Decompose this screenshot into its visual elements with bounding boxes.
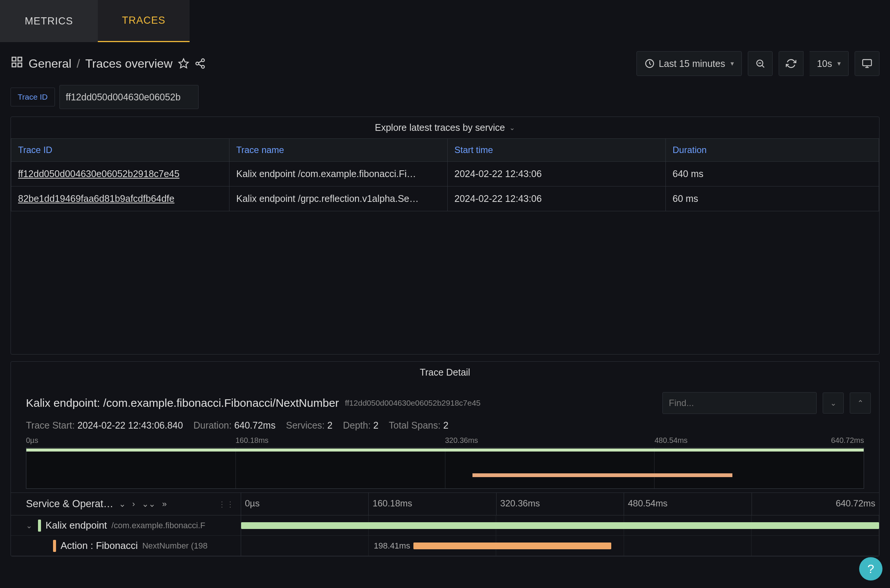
cell-start: 2024-02-22 12:43:06: [448, 162, 666, 186]
cell-trace-id[interactable]: ff12dd050d004630e06052b2918c7e45: [11, 162, 229, 186]
span-row[interactable]: Action : Fibonacci NextNumber (198 198.4…: [11, 536, 879, 556]
svg-marker-4: [179, 59, 188, 68]
span-bar[interactable]: [413, 543, 611, 549]
span-service: Action : Fibonacci: [61, 540, 138, 552]
refresh-interval-label: 10s: [817, 58, 832, 69]
detail-trace-id: ff12dd050d004630e06052b2918c7e45: [345, 399, 481, 408]
find-input[interactable]: [662, 392, 817, 414]
minimap-span-1: [26, 449, 864, 452]
chevron-down-icon: ▾: [731, 59, 734, 68]
explore-panel-title[interactable]: Explore latest traces by service ⌄: [11, 117, 879, 138]
find-prev-button[interactable]: ⌃: [850, 393, 871, 414]
chevron-down-icon: ⌄: [509, 124, 515, 132]
share-icon[interactable]: [194, 58, 206, 69]
cell-trace-id[interactable]: 82be1dd19469faa6d81b9afcdfb64dfe: [11, 186, 229, 211]
svg-line-9: [198, 64, 202, 66]
cell-duration: 60 ms: [666, 186, 879, 211]
svg-rect-14: [863, 60, 871, 66]
tick-label: 320.36ms: [497, 493, 624, 515]
help-button[interactable]: ?: [859, 557, 882, 580]
svg-rect-0: [12, 57, 16, 61]
table-row[interactable]: 82be1dd19469faa6d81b9afcdfb64dfe Kalix e…: [11, 186, 879, 211]
span-header-label: Service & Operat…: [26, 498, 114, 510]
zoom-out-button[interactable]: [748, 51, 773, 76]
trace-detail-panel: Trace Detail Kalix endpoint: /com.exampl…: [11, 361, 879, 556]
top-tabs: METRICS TRACES: [0, 0, 890, 42]
filter-label-trace-id[interactable]: Trace ID: [11, 88, 55, 106]
collapse-one-icon[interactable]: ⌄: [117, 499, 127, 509]
breadcrumb: General / Traces overview: [11, 56, 206, 71]
svg-point-6: [196, 62, 199, 65]
filter-input-trace-id[interactable]: [59, 85, 199, 109]
span-color-marker: [38, 520, 41, 532]
span-op: /com.example.fibonacci.F: [111, 521, 205, 530]
tick-label: 480.54ms: [624, 493, 752, 515]
cell-trace-name: Kalix endpoint /com.example.fibonacci.Fi…: [229, 162, 448, 186]
span-service: Kalix endpoint: [46, 520, 107, 531]
dashboard-icon[interactable]: [11, 56, 23, 71]
span-bar[interactable]: [241, 522, 879, 529]
svg-rect-1: [18, 57, 22, 61]
detail-stats: Trace Start: 2024-02-22 12:43:06.840 Dur…: [11, 420, 879, 436]
tab-metrics[interactable]: METRICS: [0, 0, 98, 42]
span-row[interactable]: ⌄ Kalix endpoint /com.example.fibonacci.…: [11, 515, 879, 536]
refresh-button[interactable]: [779, 51, 803, 76]
drag-handle-icon[interactable]: ⋮⋮: [218, 500, 235, 509]
trace-table: Trace ID Trace name Start time Duration …: [11, 138, 879, 211]
tick-label: 0µs: [241, 493, 369, 515]
explore-panel: Explore latest traces by service ⌄ Trace…: [11, 117, 879, 355]
span-color-marker: [53, 540, 56, 552]
span-op: NextNumber (198: [142, 541, 208, 551]
tab-traces[interactable]: TRACES: [98, 0, 190, 42]
svg-point-7: [201, 65, 204, 68]
svg-line-12: [762, 65, 764, 68]
trace-detail-title: Trace Detail: [11, 362, 879, 383]
header-bar: General / Traces overview Last 15 minute…: [0, 42, 890, 85]
cell-start: 2024-02-22 12:43:06: [448, 186, 666, 211]
find-next-button[interactable]: ⌄: [823, 393, 844, 414]
tick-label: 160.18ms: [369, 493, 496, 515]
breadcrumb-sep: /: [77, 57, 80, 71]
col-trace-id[interactable]: Trace ID: [11, 139, 229, 162]
span-header-row: Service & Operat… ⌄ › ⌄⌄ » ⋮⋮ 0µs 160.18…: [11, 493, 879, 515]
monitor-button[interactable]: [855, 51, 879, 76]
time-range-picker[interactable]: Last 15 minutes ▾: [636, 51, 742, 76]
svg-point-5: [201, 59, 204, 62]
chevron-down-icon: ▾: [837, 59, 841, 68]
filter-row: Trace ID: [0, 85, 890, 117]
breadcrumb-root[interactable]: General: [29, 57, 71, 71]
table-row[interactable]: ff12dd050d004630e06052b2918c7e45 Kalix e…: [11, 162, 879, 186]
expand-one-icon[interactable]: ›: [131, 499, 137, 509]
col-start-time[interactable]: Start time: [448, 139, 666, 162]
span-duration-label: 198.41ms: [374, 541, 410, 551]
svg-rect-2: [12, 63, 16, 67]
detail-trace-name: Kalix endpoint: /com.example.fibonacci.F…: [26, 397, 339, 409]
minimap-span-2: [472, 473, 732, 477]
cell-trace-name: Kalix endpoint /grpc.reflection.v1alpha.…: [229, 186, 448, 211]
minimap-ticks: 0µs 160.18ms 320.36ms 480.54ms 640.72ms: [26, 436, 864, 446]
svg-rect-3: [18, 63, 22, 67]
star-icon[interactable]: [178, 58, 189, 69]
minimap[interactable]: [26, 447, 864, 489]
collapse-all-icon[interactable]: ⌄⌄: [140, 499, 157, 509]
col-duration[interactable]: Duration: [666, 139, 879, 162]
refresh-interval-picker[interactable]: 10s ▾: [810, 51, 849, 76]
expand-all-icon[interactable]: »: [161, 499, 168, 509]
svg-line-8: [198, 61, 202, 63]
chevron-down-icon[interactable]: ⌄: [26, 521, 33, 530]
time-range-label: Last 15 minutes: [659, 58, 725, 69]
tick-label: 640.72ms: [752, 493, 879, 515]
col-trace-name[interactable]: Trace name: [229, 139, 448, 162]
breadcrumb-page[interactable]: Traces overview: [85, 57, 173, 71]
cell-duration: 640 ms: [666, 162, 879, 186]
